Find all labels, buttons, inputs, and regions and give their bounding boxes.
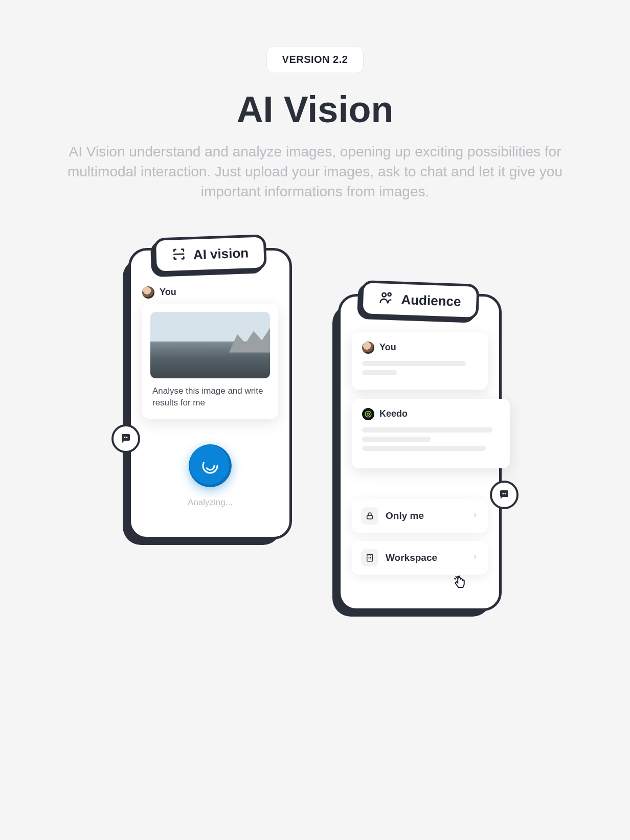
user-message-card: Analyse this image and write results for…: [142, 304, 278, 419]
skeleton-line: [362, 427, 492, 433]
page-subtitle: AI Vision understand and analyze images,…: [54, 142, 576, 202]
svg-point-8: [503, 493, 504, 494]
svg-point-2: [124, 437, 126, 438]
version-badge: VERSION 2.2: [266, 46, 364, 73]
audience-option-label: Workspace: [386, 552, 464, 563]
user-name-label: You: [379, 342, 396, 353]
audience-option-only-me[interactable]: Only me: [352, 499, 488, 533]
lock-icon: [361, 507, 378, 525]
skeleton-line: [362, 437, 431, 442]
chat-bubble-badge-right: [490, 481, 519, 509]
ai-vision-header-label: AI vision: [193, 244, 249, 262]
user-message-text: Analyse this image and write results for…: [150, 378, 270, 411]
svg-rect-6: [367, 515, 373, 519]
audience-header-pill: Audience: [360, 280, 479, 320]
page-title: AI Vision: [31, 88, 599, 130]
analyzing-block: Analyzing...: [142, 444, 278, 508]
audience-card-wrap: Audience You Keedo: [338, 294, 502, 611]
bot-name-label: Keedo: [379, 408, 408, 419]
svg-point-0: [203, 459, 217, 473]
svg-point-4: [382, 292, 386, 297]
user-avatar: [362, 342, 374, 354]
audience-options-list: Only me Workspace: [352, 499, 488, 575]
svg-point-5: [388, 292, 391, 296]
audience-option-workspace[interactable]: Workspace: [352, 541, 488, 575]
user-avatar: [142, 286, 154, 299]
people-icon: [378, 290, 394, 307]
skeleton-line: [362, 370, 397, 375]
user-skeleton-card: You: [352, 332, 488, 390]
ai-vision-header-pill: AI vision: [153, 234, 267, 274]
ai-vision-card: AI vision You Analyse this image and wri…: [128, 248, 292, 539]
chevron-right-icon: [471, 553, 479, 562]
ai-vision-card-wrap: AI vision You Analyse this image and wri…: [128, 248, 292, 539]
bot-avatar: [362, 408, 374, 420]
chat-bubble-badge-left: [111, 424, 140, 453]
version-label: VERSION 2.2: [282, 54, 348, 65]
svg-point-9: [505, 493, 506, 494]
skeleton-line: [362, 361, 466, 366]
loading-spinner: [189, 444, 232, 487]
user-name-label: You: [160, 287, 176, 298]
user-message-header: You: [142, 286, 278, 304]
svg-point-1: [206, 462, 214, 470]
chat-icon: [498, 489, 510, 501]
analyzing-status-text: Analyzing...: [142, 497, 278, 508]
cursor-pointer-icon: [452, 575, 467, 592]
audience-card: Audience You Keedo: [338, 294, 502, 611]
building-icon: [361, 549, 378, 566]
svg-point-3: [126, 437, 128, 438]
svg-rect-7: [367, 554, 373, 561]
skeleton-line: [362, 446, 486, 451]
chat-icon: [120, 433, 132, 445]
bot-skeleton-card: Keedo: [352, 399, 510, 468]
uploaded-image-thumbnail[interactable]: [150, 312, 270, 378]
audience-option-label: Only me: [386, 510, 464, 521]
audience-header-label: Audience: [401, 291, 461, 309]
scan-icon: [171, 246, 186, 263]
chevron-right-icon: [471, 511, 479, 520]
